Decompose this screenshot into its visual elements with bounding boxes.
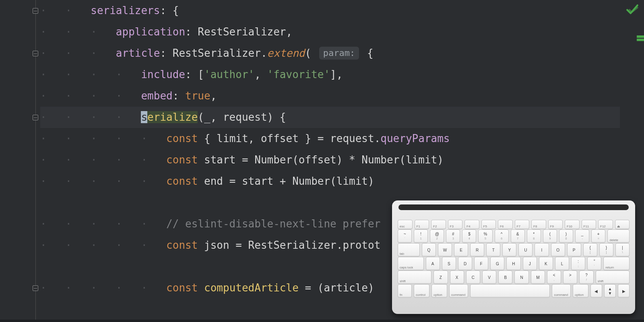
keyboard-key: O bbox=[551, 243, 565, 257]
indent-guide: · · · · bbox=[40, 90, 141, 102]
keyboard-key: D bbox=[458, 257, 472, 270]
keyboard-key: G bbox=[490, 257, 504, 270]
token: : [ bbox=[185, 68, 204, 80]
code-line[interactable]: · · serializers: { bbox=[40, 0, 620, 21]
keyboard-key: |\ bbox=[615, 243, 630, 257]
token: end = start + bbox=[198, 175, 292, 187]
keyboard-key: F5 bbox=[481, 220, 496, 229]
indent-guide: · · · · · bbox=[40, 282, 166, 294]
token: , bbox=[254, 68, 267, 80]
indent-guide: · · · · · bbox=[40, 175, 166, 187]
keyboard-key: C bbox=[466, 270, 480, 284]
minimap-highlight[interactable] bbox=[637, 39, 644, 41]
keyboard-key: += bbox=[591, 229, 605, 243]
keyboard-key: F11 bbox=[582, 220, 597, 229]
keyboard-row: shiftZXCVBNM<,>.?/shift bbox=[398, 270, 630, 284]
keyboard-key: >. bbox=[563, 270, 577, 284]
keyboard-key: V bbox=[482, 270, 496, 284]
keyboard-key: (9 bbox=[543, 229, 557, 243]
keyboard-key: option bbox=[431, 284, 447, 298]
keyboard-key: caps lock bbox=[398, 257, 424, 270]
keyboard-key: return bbox=[603, 257, 630, 270]
token: Number bbox=[361, 154, 399, 166]
inline-parameter-hint: param: bbox=[319, 47, 359, 60]
keyboard-key: J bbox=[523, 257, 537, 270]
token bbox=[198, 282, 204, 294]
code-line[interactable]: · · · article: RestSerializer.extend( pa… bbox=[40, 43, 620, 64]
keyboard-key: $4 bbox=[462, 229, 476, 243]
keyboard-key: F1 bbox=[415, 220, 429, 229]
keyboard-row: escF1F2F3F4F5F6F7F8F9F10F11F12⏏ bbox=[398, 220, 630, 229]
code-line[interactable]: · · · · · const start = Number(offset) *… bbox=[40, 149, 620, 171]
keyboard-key: esc bbox=[398, 220, 413, 229]
token: true bbox=[185, 90, 211, 102]
token: (offset) * bbox=[292, 154, 361, 166]
token: start = bbox=[198, 154, 254, 166]
fold-handle[interactable] bbox=[33, 115, 38, 120]
indent-guide: · · · · · bbox=[40, 132, 166, 144]
token: json = RestSerializer.protot bbox=[198, 239, 380, 251]
keyboard-key: B bbox=[498, 270, 512, 284]
keyboard-key: <, bbox=[547, 270, 561, 284]
token: queryParams bbox=[380, 132, 450, 144]
code-line[interactable]: · · · · serialize(_, request) { bbox=[40, 107, 620, 128]
keyboard-key: *8 bbox=[527, 229, 541, 243]
token: { bbox=[361, 47, 373, 59]
keyboard-key: ~` bbox=[398, 229, 412, 243]
token: const bbox=[166, 175, 198, 187]
indent-guide: · · · · · bbox=[40, 239, 166, 251]
keyboard-key: Z bbox=[433, 270, 448, 284]
caret-selection: s bbox=[141, 111, 147, 123]
keyboard-key: F6 bbox=[498, 220, 513, 229]
keyboard-key: "' bbox=[587, 257, 601, 270]
keyboard-key: ^6 bbox=[495, 229, 509, 243]
code-line[interactable]: · · · application: RestSerializer, bbox=[40, 21, 620, 43]
minimap-highlight[interactable] bbox=[637, 35, 644, 38]
keyboard-key: N bbox=[514, 270, 528, 284]
keyboard-key: Q bbox=[422, 243, 436, 257]
fold-handle[interactable] bbox=[33, 51, 38, 56]
keyboard-key: F bbox=[474, 257, 488, 270]
token: 'author' bbox=[204, 68, 254, 80]
keyboard-key: ⏏ bbox=[615, 220, 630, 229]
token: ], bbox=[330, 68, 343, 80]
keyboard-key: F3 bbox=[448, 220, 463, 229]
keyboard-row: fncontroloptioncommandcommandoption◀▲▼▶ bbox=[398, 284, 630, 298]
token: // eslint-disable-next-line prefer bbox=[166, 218, 380, 230]
keyboard-key: P bbox=[567, 243, 581, 257]
keyboard-key: F9 bbox=[548, 220, 563, 229]
code-editor[interactable]: { "ide": { "theme": "dark", "inspection_… bbox=[0, 0, 644, 322]
keyboard-key: control bbox=[414, 284, 429, 298]
token: serialize bbox=[141, 111, 198, 123]
keyboard-key: :; bbox=[571, 257, 585, 270]
keyboard-key: command bbox=[449, 284, 468, 298]
token: : { bbox=[160, 4, 179, 17]
keyboard-key: S bbox=[442, 257, 456, 270]
indent-guide: · · · · · bbox=[40, 218, 166, 230]
apple-keyboard-overlay: escF1F2F3F4F5F6F7F8F9F10F11F12⏏~`!1@2#3$… bbox=[392, 200, 635, 314]
keyboard-key: Y bbox=[502, 243, 516, 257]
keyboard-key: fn bbox=[398, 284, 412, 298]
token: article bbox=[116, 47, 160, 59]
inspection-status-icon[interactable] bbox=[625, 2, 639, 16]
keyboard-key: )0 bbox=[559, 229, 573, 243]
token: const bbox=[166, 154, 198, 166]
code-line[interactable]: · · · · embed: true, bbox=[40, 85, 620, 107]
keyboard-key: #3 bbox=[446, 229, 460, 243]
token: computedArticle bbox=[204, 282, 299, 294]
fold-handle[interactable] bbox=[33, 285, 38, 291]
code-line[interactable]: · · · · · const end = start + Number(lim… bbox=[40, 171, 620, 192]
code-line[interactable]: · · · · · const { limit, offset } = requ… bbox=[40, 128, 620, 149]
fold-handle[interactable] bbox=[33, 8, 38, 14]
keyboard-key: tab bbox=[398, 243, 420, 257]
keyboard-key: shift bbox=[398, 270, 431, 284]
keyboard-key: shift bbox=[596, 270, 630, 284]
keyboard-key bbox=[470, 284, 550, 298]
keyboard-key: _- bbox=[575, 229, 589, 243]
code-line[interactable]: · · · · include: ['author', 'favorite'], bbox=[40, 64, 620, 85]
keyboard-key: T bbox=[486, 243, 500, 257]
token: RestSerializer bbox=[198, 26, 286, 38]
keyboard-key: M bbox=[531, 270, 545, 284]
keyboard-key: F7 bbox=[515, 220, 530, 229]
token: : bbox=[160, 47, 172, 59]
